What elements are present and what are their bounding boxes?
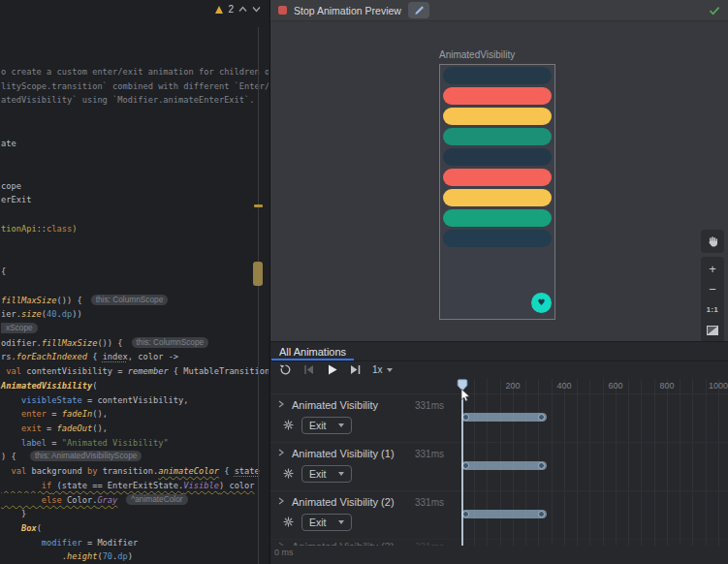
freeze-icon[interactable] <box>283 468 294 479</box>
animation-preview-panel: Stop Animation Preview AnimatedVisibilit… <box>269 0 728 564</box>
code-token: val <box>6 366 21 376</box>
preview-bar <box>443 230 552 247</box>
ruler-label: 1000 <box>701 381 728 391</box>
pan-hand-icon <box>707 235 719 248</box>
code-token: "Animated Visibility" <box>62 438 169 448</box>
chevron-down-icon[interactable] <box>252 6 261 13</box>
play-button-icon[interactable] <box>326 363 338 376</box>
design-surface[interactable]: AnimatedVisibility ♥ + − 1:1 <box>270 22 728 341</box>
code-line: if (state == EnterExitState.Visible) col… <box>1 479 255 493</box>
editor-scrollbar-thumb[interactable] <box>253 262 263 286</box>
zoom-actual-button[interactable]: 1:1 <box>701 301 724 319</box>
editor-scrollbar-track[interactable] <box>258 27 259 564</box>
row-expand-chevron-icon[interactable] <box>278 449 284 456</box>
code-token: index <box>103 352 128 361</box>
timeline-row: Animated Visibility (2)331msExit <box>270 490 728 539</box>
code-line: visibleState = contentVisibility, <box>1 393 189 408</box>
code-token: lityScope.transition` combined with diff… <box>1 81 269 91</box>
code-token <box>1 538 42 548</box>
edit-button[interactable] <box>408 2 429 18</box>
code-token <box>1 438 21 448</box>
preview-frame[interactable]: ♥ <box>439 64 555 320</box>
code-token: dp <box>117 551 127 561</box>
code-token: 70 <box>103 551 112 561</box>
code-editor[interactable]: o create a custom enter/exit animation f… <box>0 0 269 564</box>
zoom-controls: + − 1:1 <box>701 257 724 342</box>
warning-stripe-mark[interactable] <box>254 204 263 207</box>
code-line: modifier = Modifier <box>1 536 138 550</box>
code-token: = <box>42 423 57 433</box>
caret-down-icon <box>338 472 344 476</box>
code-token: ( <box>92 381 97 391</box>
code-token: erExit <box>1 195 31 204</box>
track-bar[interactable] <box>461 413 547 422</box>
loop-playback-icon[interactable] <box>279 363 292 376</box>
ruler-label: 800 <box>649 381 684 391</box>
speed-dropdown[interactable]: 1x <box>372 364 393 375</box>
inspections-widget[interactable]: 2 <box>215 4 261 15</box>
code-line: .height(70.dp) <box>1 549 133 564</box>
stop-animation-preview-label[interactable]: Stop Animation Preview <box>294 5 401 16</box>
code-token: size <box>21 309 42 319</box>
ruler-label: 400 <box>547 381 582 391</box>
state-dropdown[interactable]: Exit <box>301 465 352 483</box>
zoom-fit-button[interactable] <box>701 322 724 339</box>
code-line: label = "Animated Visibility" <box>1 436 169 451</box>
freeze-icon[interactable] <box>283 420 294 430</box>
hint-chip: this: AnimatedVisibilityScope <box>30 451 142 461</box>
state-dropdown-value: Exit <box>309 517 327 528</box>
code-token: fillMaxSize <box>42 338 98 348</box>
skip-to-start-icon[interactable] <box>302 363 315 376</box>
timeline-row: Animated Visibility331msExit <box>270 393 728 442</box>
code-line: else Color.Gray^animateColor <box>1 493 188 508</box>
code-token: state <box>235 466 260 476</box>
code-token: background <box>26 466 87 476</box>
state-dropdown[interactable]: Exit <box>301 514 352 531</box>
track-bar[interactable] <box>461 461 547 470</box>
code-line: Box( <box>1 521 42 536</box>
timeline-row: Animated Visibility (1)331msExit <box>270 442 728 490</box>
row-expand-chevron-icon[interactable] <box>278 400 284 408</box>
code-token: ate <box>1 139 16 148</box>
code-token <box>1 481 42 490</box>
code-token: fillMaxSize <box>1 296 57 305</box>
code-token: animateColor <box>158 466 219 476</box>
chevron-up-icon[interactable] <box>238 6 247 13</box>
code-token: (), <box>92 423 108 433</box>
stop-icon[interactable] <box>278 6 287 15</box>
pan-button[interactable] <box>701 230 724 253</box>
playhead-line[interactable] <box>461 382 463 546</box>
preview-bars <box>443 67 552 250</box>
state-dropdown[interactable]: Exit <box>301 417 352 434</box>
duration-label: 331ms <box>405 449 444 459</box>
track-bar[interactable] <box>461 510 547 518</box>
code-token: odifier. <box>1 338 42 348</box>
tab-all-animations[interactable]: All Animations <box>270 342 355 360</box>
freeze-icon[interactable] <box>283 517 294 527</box>
timeline[interactable]: 2004006008001000 Animated Visibility331m… <box>270 379 728 546</box>
skip-to-end-icon[interactable] <box>349 363 362 376</box>
code-token: ier. <box>1 309 21 319</box>
code-line: atedVisibility` using `Modifier.animateE… <box>1 93 255 108</box>
code-token <box>1 409 21 419</box>
code-token: :: <box>37 224 47 234</box>
code-token: { MutableTransitionS <box>169 366 269 376</box>
caret-down-icon <box>387 368 393 372</box>
zoom-in-button[interactable]: + <box>701 260 724 277</box>
row-expand-chevron-icon[interactable] <box>278 497 284 505</box>
zoom-out-button[interactable]: − <box>701 280 724 298</box>
code-line: val contentVisibility = remember { Mutab… <box>1 364 269 379</box>
code-token: if <box>42 481 51 490</box>
fab-button[interactable]: ♥ <box>531 293 552 313</box>
code-line: xScope <box>1 322 38 336</box>
code-token: visibleState <box>21 395 82 405</box>
code-token: modifier <box>42 538 82 548</box>
code-line: fillMaxSize()) {this: ColumnScope <box>1 294 168 308</box>
code-token: = <box>47 409 62 419</box>
caret-down-icon <box>338 423 344 427</box>
preview-bar <box>443 67 552 84</box>
row-label: Animated Visibility (1) <box>292 448 395 459</box>
code-token: ) <box>72 224 77 234</box>
mouse-cursor-icon <box>460 389 473 402</box>
code-token: )) <box>72 309 81 319</box>
